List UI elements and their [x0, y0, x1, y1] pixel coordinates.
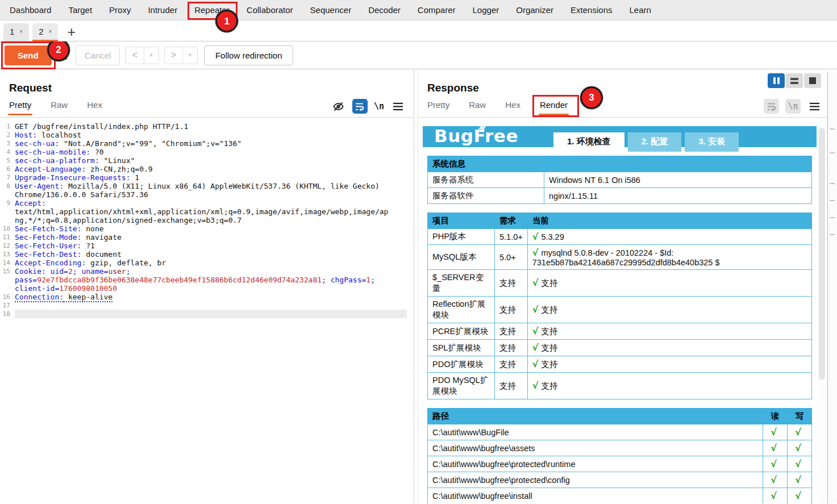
tab-request-hex[interactable]: Hex: [87, 100, 102, 115]
requirement-current: √支持: [527, 297, 811, 323]
paths-header: 路径: [428, 409, 763, 424]
request-line: 4sec-ch-ua-mobile: ?0: [0, 148, 407, 156]
pause-updates-button[interactable]: [768, 73, 785, 88]
install-step-tab[interactable]: 1. 环境检查: [553, 132, 624, 152]
session-tab-2[interactable]: 2×: [32, 23, 58, 41]
requirement-needed: 支持: [495, 356, 528, 373]
menu-item-comparer[interactable]: Comparer: [409, 0, 464, 20]
editor-menu-icon[interactable]: [807, 99, 822, 114]
table-row: 服务器软件nginx/1.15.11: [428, 188, 812, 204]
request-line: 16Connection: keep-alive: [0, 293, 407, 301]
back-dropdown-icon[interactable]: ▼: [144, 47, 159, 64]
http-segment: ; uname=: [73, 267, 109, 276]
http-segment: navigate: [81, 233, 121, 241]
forward-dropdown-icon[interactable]: ▼: [183, 47, 197, 64]
menu-item-intruder[interactable]: Intruder: [139, 0, 186, 20]
session-tab-1[interactable]: 1×: [3, 23, 29, 41]
table-row: C:\autit\www\bugfree\install√√: [428, 488, 812, 504]
requirement-current: √支持: [527, 340, 811, 356]
table-header-row: 系统信息: [428, 156, 812, 172]
requirement-needed: 5.0+: [495, 245, 528, 270]
menu-item-dashboard[interactable]: Dashboard: [1, 0, 60, 20]
close-icon[interactable]: ×: [49, 28, 52, 35]
scroll-marker-strip: [827, 72, 837, 503]
line-number: 3: [0, 139, 15, 148]
menu-item-target[interactable]: Target: [60, 0, 101, 20]
http-segment: User-Agent:: [15, 182, 64, 190]
line-text: Sec-Fetch-Site: none: [15, 224, 407, 233]
back-arrow[interactable]: <: [126, 47, 144, 64]
requirement-current: √5.3.29: [527, 229, 811, 245]
menu-item-organizer[interactable]: Organizer: [507, 0, 562, 20]
add-tab-button[interactable]: +: [61, 25, 81, 41]
menu-item-extensions[interactable]: Extensions: [562, 0, 621, 20]
request-line: 13Sec-Fetch-Dest: document: [0, 250, 407, 259]
check-icon: √: [771, 443, 777, 453]
path-value: C:\autit\www\bugfree\protected\runtime: [428, 456, 763, 472]
menu-item-proxy[interactable]: Proxy: [101, 0, 139, 20]
menu-item-repeater[interactable]: Repeater1: [186, 0, 238, 20]
word-wrap-icon[interactable]: [352, 99, 368, 114]
tab-response-pretty[interactable]: Pretty: [427, 100, 449, 115]
table-row: 服务器系统Windows NT 6.1 On i586: [428, 172, 812, 188]
requirements-header: 需求: [495, 213, 528, 229]
render-scrollbar-thumb[interactable]: [819, 128, 825, 380]
show-newlines-icon[interactable]: \n: [785, 99, 801, 114]
menu-item-learn[interactable]: Learn: [621, 0, 659, 20]
table-row: PDO MySQL扩展模块支持√支持: [428, 373, 812, 399]
hide-nonprintable-icon[interactable]: [331, 99, 346, 114]
request-editor[interactable]: 1GET /bugfree/install/index.php HTTP/1.1…: [0, 118, 407, 318]
tab-response-raw[interactable]: Raw: [469, 100, 486, 115]
editor-menu-icon[interactable]: [390, 99, 406, 114]
back-request-button[interactable]: < ▼: [125, 47, 159, 64]
http-segment: none: [81, 224, 103, 233]
word-wrap-icon[interactable]: [764, 99, 779, 114]
table-row: C:\autit\www\bugfree\protected\config√√: [428, 472, 812, 488]
http-segment: GET /bugfree/install/index.php HTTP/1.1: [15, 122, 188, 131]
install-step-tab[interactable]: 3. 安装: [685, 132, 739, 152]
requirement-item: MySQL版本: [428, 245, 495, 270]
requirement-needed: 支持: [495, 297, 528, 323]
menu-item-logger[interactable]: Logger: [464, 0, 508, 20]
http-segment: 2: [68, 267, 73, 276]
check-icon: √: [795, 490, 801, 501]
path-readable: √: [763, 424, 788, 440]
tab-request-raw[interactable]: Raw: [51, 100, 68, 115]
cancel-button[interactable]: Cancel: [76, 45, 120, 65]
line-number: 14: [0, 259, 15, 267]
check-icon: √: [532, 231, 539, 242]
tab-request-pretty[interactable]: Pretty: [9, 100, 31, 115]
forward-arrow[interactable]: >: [165, 47, 183, 64]
tab-response-render[interactable]: Render3: [540, 100, 568, 115]
show-newlines-icon[interactable]: \n: [374, 101, 384, 111]
bugfree-header: BugFree 1. 环境检查2. 配置3. 安装: [423, 126, 817, 147]
http-segment: ?0: [90, 148, 103, 156]
rendered-response: BugFree 1. 环境检查2. 配置3. 安装 系统信息服务器系统Windo…: [423, 126, 817, 503]
menu-item-sequencer[interactable]: Sequencer: [302, 0, 360, 20]
menu-item-decoder[interactable]: Decoder: [360, 0, 409, 20]
line-number: 9: [0, 199, 15, 224]
close-icon[interactable]: ×: [19, 28, 23, 35]
check-icon: √: [795, 459, 801, 469]
send-button[interactable]: Send: [5, 45, 52, 65]
render-scrollbar[interactable]: [818, 126, 826, 503]
scroll-marker-tick: [830, 128, 835, 130]
check-icon: √: [532, 247, 539, 258]
line-number: 15: [0, 267, 15, 293]
tab-response-hex[interactable]: Hex: [505, 100, 520, 115]
menu-item-collaborator[interactable]: Collaborator: [238, 0, 302, 20]
forward-request-button[interactable]: > ▼: [164, 47, 198, 64]
requirements-header: 当前: [527, 213, 811, 229]
system-info-label: 服务器系统: [428, 172, 544, 188]
install-step-tab[interactable]: 2. 配置: [628, 132, 682, 152]
line-text: sec-ch-ua-platform: "Linux": [15, 156, 407, 165]
paths-header: 读: [763, 409, 788, 424]
requirement-item: PCRE扩展模块: [428, 323, 495, 340]
split-view-button[interactable]: [786, 73, 803, 88]
follow-redirection-button[interactable]: Follow redirection: [204, 45, 294, 65]
table-row: PHP版本5.1.0+√5.3.29: [428, 229, 812, 245]
http-segment: Accept:: [15, 199, 46, 207]
line-text: Sec-Fetch-User: ?1: [15, 241, 407, 250]
stop-render-button[interactable]: [804, 73, 821, 88]
check-icon: √: [795, 427, 801, 438]
